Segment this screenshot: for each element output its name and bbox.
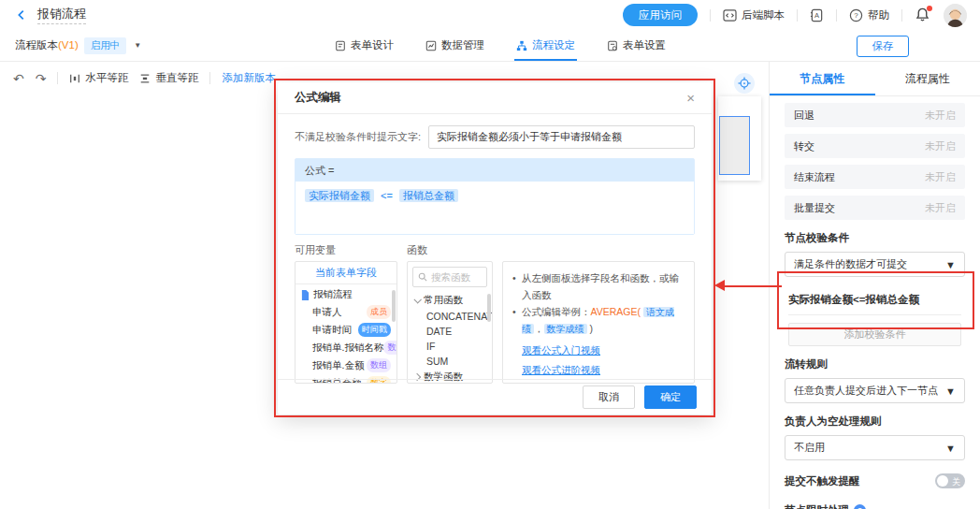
tab-form-settings[interactable]: 表单设置 xyxy=(605,30,668,61)
cancel-button[interactable]: 取消 xyxy=(583,385,635,409)
validation-mode-select[interactable]: 满足条件的数据才可提交 ▼ xyxy=(785,252,965,277)
horizontal-spacing-icon xyxy=(69,73,80,84)
tab-flow-settings[interactable]: 流程设定 xyxy=(514,30,577,61)
page-title[interactable]: 报销流程 xyxy=(37,6,86,24)
empty-assignee-rule-select[interactable]: 不启用 ▼ xyxy=(785,435,965,460)
help-icon: ? xyxy=(849,8,863,22)
redo-icon[interactable]: ↷ xyxy=(36,72,47,85)
divider xyxy=(797,9,798,22)
formula-editor-modal: 公式编辑 × 不满足校验条件时提示文字: 公式 = 实际报销金额 <= 报销总金… xyxy=(278,82,712,414)
minimap-viewport[interactable] xyxy=(719,116,750,175)
variables-tree-root[interactable]: 报销流程 xyxy=(295,284,396,303)
function-item[interactable]: SUM xyxy=(408,354,492,369)
tab-flow-properties[interactable]: 流程属性 xyxy=(875,62,980,95)
form-settings-icon xyxy=(607,40,618,51)
add-condition-button[interactable]: 添加校验条件 xyxy=(788,323,961,346)
tip-example: 公式编辑举例：AVERAGE( 语文成绩，数学成绩 ) xyxy=(512,304,685,338)
formula-expression[interactable]: 实际报销金额 <= 报销总金额 xyxy=(295,182,694,234)
minimap[interactable] xyxy=(718,96,761,181)
version-dropdown-icon[interactable]: ▼ xyxy=(134,41,141,50)
example-field: 数学成绩 xyxy=(544,324,587,334)
undo-icon[interactable]: ↶ xyxy=(13,72,24,85)
code-icon xyxy=(723,9,737,22)
function-search[interactable] xyxy=(412,267,487,287)
formula-editor[interactable]: 公式 = 实际报销金额 <= 报销总金额 xyxy=(295,158,695,235)
tab-data-management[interactable]: 数据管理 xyxy=(424,30,486,61)
notification-dot xyxy=(927,6,932,11)
function-item[interactable]: CONCATENATE xyxy=(408,309,492,324)
validation-condition[interactable]: 实际报销金额<=报销总金额 xyxy=(788,290,961,315)
close-icon[interactable]: × xyxy=(686,91,695,105)
question-icon[interactable]: ? xyxy=(854,504,866,509)
notifications-bell-icon[interactable] xyxy=(915,7,931,23)
formula-operator: <= xyxy=(381,190,393,201)
intro-video-link[interactable]: 观看公式入门视频 xyxy=(522,344,685,357)
current-form-fields-tab[interactable]: 当前表单字段 xyxy=(295,262,396,284)
divider xyxy=(57,72,58,84)
type-badge: 数组 xyxy=(367,358,391,372)
variable-item[interactable]: 申请人成员 xyxy=(295,303,396,321)
variable-item[interactable]: 报销单.金额数组 xyxy=(295,356,396,374)
function-item[interactable]: DATE xyxy=(408,324,492,339)
tab-form-design[interactable]: 表单设计 xyxy=(333,30,396,61)
formula-label: 公式 = xyxy=(295,159,694,182)
vertical-spacing-button[interactable]: 垂直等距 xyxy=(139,71,198,85)
version-code: (V1) xyxy=(58,39,79,51)
contacts-icon[interactable]: A xyxy=(810,8,824,22)
scrollbar[interactable] xyxy=(392,290,396,322)
caret-down-icon: ▼ xyxy=(945,385,956,397)
setting-row-batch-submit[interactable]: 批量提交未开启 xyxy=(785,196,965,220)
variables-section-label: 可用变量 xyxy=(295,243,336,257)
tips-panel: 从左侧面板选择字段名和函数，或输入函数 公式编辑举例：AVERAGE( 语文成绩… xyxy=(502,261,695,384)
workspace-nav: 流程版本(V1) 启用中 ▼ 表单设计 数据管理 流程设定 表单设置 保存 xyxy=(0,30,980,62)
modal-title: 公式编辑 xyxy=(295,90,341,106)
setting-row-transfer[interactable]: 转交未开启 xyxy=(785,134,965,158)
validation-section-title: 节点校验条件 xyxy=(785,231,965,245)
app-header: 报销流程 应用访问 后端脚本 A ? 帮助 xyxy=(0,0,980,30)
setting-row-end-flow[interactable]: 结束流程未开启 xyxy=(785,165,965,189)
confirm-button[interactable]: 确定 xyxy=(644,385,697,409)
flow-rule-select[interactable]: 任意负责人提交后进入下一节点 ▼ xyxy=(785,378,965,403)
horizontal-spacing-button[interactable]: 水平等距 xyxy=(69,71,128,85)
empty-assignee-rule-title: 负责人为空处理规则 xyxy=(785,414,965,429)
no-remind-label: 提交不触发提醒 xyxy=(785,474,860,488)
advanced-video-link[interactable]: 观看公式进阶视频 xyxy=(522,364,685,377)
help-button[interactable]: ? 帮助 xyxy=(849,8,889,22)
validation-condition-block: 实际报销金额<=报销总金额 添加校验条件 xyxy=(785,285,965,346)
function-search-input[interactable] xyxy=(431,271,482,283)
search-icon xyxy=(418,272,427,282)
formula-field-left[interactable]: 实际报销金额 xyxy=(305,189,374,202)
variables-panel: 当前表单字段 报销流程 申请人成员 申请时间时间戳 报销单.报销名称数组 报销单… xyxy=(295,261,397,384)
divider xyxy=(836,9,837,22)
locate-crosshair-icon[interactable] xyxy=(734,73,755,94)
type-badge: 成员 xyxy=(367,305,391,319)
app-access-button[interactable]: 应用访问 xyxy=(623,4,698,26)
caret-down-icon: ▼ xyxy=(945,259,956,270)
chevron-down-icon xyxy=(413,296,421,303)
function-group-common[interactable]: 常用函数 xyxy=(408,292,492,309)
type-badge: 时间戳 xyxy=(358,323,391,337)
save-button[interactable]: 保存 xyxy=(857,36,909,57)
setting-row-rollback[interactable]: 回退未开启 xyxy=(785,103,965,127)
flow-rule-title: 流转规则 xyxy=(785,357,965,371)
form-doc-icon xyxy=(301,290,310,300)
flow-settings-icon xyxy=(516,40,527,51)
backend-script-button[interactable]: 后端脚本 xyxy=(723,8,785,22)
user-avatar[interactable] xyxy=(944,4,967,27)
properties-sidebar: 节点属性 流程属性 回退未开启 转交未开启 结束流程未开启 批量提交未开启 节点… xyxy=(769,62,980,509)
svg-text:A: A xyxy=(814,11,819,20)
formula-field-right[interactable]: 报销总金额 xyxy=(399,189,458,202)
tab-node-properties[interactable]: 节点属性 xyxy=(770,62,875,95)
toggle-off-label: 关 xyxy=(952,476,960,488)
caret-down-icon: ▼ xyxy=(945,443,956,454)
example-function: AVERAGE( xyxy=(591,306,641,317)
variable-item[interactable]: 报销单.报销名称数组 xyxy=(295,339,396,356)
scrollbar[interactable] xyxy=(487,294,491,322)
prompt-message-input[interactable] xyxy=(428,125,695,149)
prompt-label: 不满足校验条件时提示文字: xyxy=(295,130,421,144)
function-item[interactable]: IF xyxy=(408,339,492,354)
back-icon[interactable] xyxy=(13,7,30,23)
no-remind-toggle[interactable]: 关 xyxy=(935,473,965,488)
add-version-link[interactable]: 添加新版本 xyxy=(222,71,276,85)
variable-item[interactable]: 申请时间时间戳 xyxy=(295,321,396,339)
